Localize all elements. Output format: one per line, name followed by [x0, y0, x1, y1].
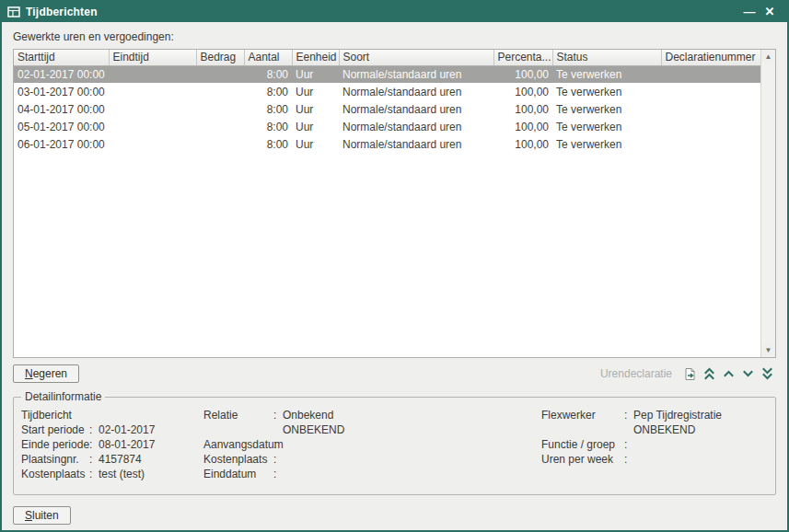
tijdberichten-window: Tijdberichten — ✕ Gewerkte uren en vergo… — [0, 0, 789, 532]
table-header-row: Starttijd Eindtijd Bedrag Aantal Eenheid… — [14, 50, 760, 65]
double-chevron-down-icon — [761, 367, 773, 380]
column-header-soort[interactable]: Soort — [339, 50, 493, 65]
table-row[interactable]: 03-01-2017 00:00 8:00 Uur Normale/standa… — [14, 83, 760, 100]
detail-label: Einddatum — [203, 468, 273, 482]
vertical-scrollbar[interactable]: ▲ ▼ — [760, 50, 775, 357]
detail-value — [633, 438, 768, 453]
column-header-eindtijd[interactable]: Eindtijd — [109, 50, 196, 65]
detail-value — [283, 453, 541, 468]
detail-label: Plaatsingnr. — [21, 453, 89, 468]
detail-value: 4157874 — [99, 453, 203, 468]
detail-value: 02-01-2017 — [99, 423, 203, 438]
detail-value — [99, 409, 203, 423]
detail-value: Onbekend — [283, 409, 541, 423]
column-header-eenheid[interactable]: Eenheid — [292, 50, 339, 65]
move-last-button[interactable] — [759, 365, 776, 382]
detail-value: test (test) — [99, 468, 203, 482]
content-area: Gewerkte uren en vergoedingen: Starttijd… — [2, 22, 787, 532]
window-icon — [7, 6, 20, 17]
detail-value: Pep Tijdregistratie — [633, 409, 768, 423]
column-header-bedrag[interactable]: Bedrag — [196, 50, 244, 65]
detail-value — [283, 468, 541, 482]
column-header-starttijd[interactable]: Starttijd — [14, 50, 109, 65]
chevron-down-icon — [742, 367, 754, 380]
scroll-up-arrow[interactable]: ▲ — [761, 50, 775, 64]
grid-toolbar: Negeren Urendeclaratie — [13, 364, 776, 383]
urendeclaratie-button[interactable]: Urendeclaratie — [600, 367, 672, 380]
move-up-button[interactable] — [720, 365, 737, 382]
close-button[interactable]: ✕ — [760, 3, 780, 21]
detail-label: Start periode — [21, 423, 89, 438]
detail-label: Functie / groep — [541, 438, 624, 453]
column-header-status[interactable]: Status — [552, 50, 661, 65]
scroll-down-arrow[interactable]: ▼ — [761, 343, 775, 357]
table-row[interactable]: 04-01-2017 00:00 8:00 Uur Normale/standa… — [14, 100, 760, 118]
footer: Sluiten — [13, 506, 776, 525]
move-first-button[interactable] — [701, 365, 718, 382]
column-header-percentage[interactable]: Percenta... — [493, 50, 552, 65]
column-header-aantal[interactable]: Aantal — [244, 50, 292, 65]
move-down-button[interactable] — [739, 365, 757, 382]
window-title: Tijdberichten — [26, 6, 739, 18]
document-icon — [683, 367, 697, 381]
detail-panel-legend: Detailinformatie — [21, 390, 105, 403]
detail-label: Flexwerker — [541, 409, 624, 423]
detail-label — [541, 423, 624, 438]
detail-column-relatie: Relatie:Onbekend ONBEKEND Aanvangsdatum:… — [203, 409, 541, 482]
open-declaration-button[interactable] — [681, 365, 699, 382]
detail-column-period: Tijdbericht Start periode:02-01-2017 Ein… — [21, 409, 203, 482]
detail-information-panel: Detailinformatie Tijdbericht Start perio… — [13, 390, 776, 495]
sluiten-button[interactable]: Sluiten — [13, 506, 71, 525]
double-chevron-up-icon — [703, 367, 715, 380]
detail-value — [633, 453, 768, 468]
worked-hours-grid: Starttijd Eindtijd Bedrag Aantal Eenheid… — [13, 49, 776, 358]
detail-value: ONBEKEND — [283, 423, 541, 438]
detail-value: ONBEKEND — [633, 423, 768, 438]
table-row[interactable]: 06-01-2017 00:00 8:00 Uur Normale/standa… — [14, 135, 760, 153]
negeren-button[interactable]: Negeren — [13, 364, 79, 383]
grid-caption: Gewerkte uren en vergoedingen: — [13, 30, 776, 43]
detail-value — [283, 438, 541, 453]
table-row[interactable]: 02-01-2017 00:00 8:00 Uur Normale/standa… — [14, 65, 760, 83]
chevron-up-icon — [723, 367, 735, 380]
detail-label: Kostenplaats — [21, 468, 89, 482]
table-row[interactable]: 05-01-2017 00:00 8:00 Uur Normale/standa… — [14, 118, 760, 135]
minimize-button[interactable]: — — [739, 3, 760, 21]
detail-label: Aanvangsdatum — [203, 438, 273, 453]
detail-label: Tijdbericht — [21, 409, 89, 423]
detail-label: Einde periode — [21, 438, 89, 453]
detail-label: Relatie — [203, 409, 273, 423]
column-header-declaratienummer[interactable]: Declaratienummer — [661, 50, 760, 65]
detail-column-flexwerker: Flexwerker:Pep Tijdregistratie ONBEKEND … — [541, 409, 768, 482]
detail-label — [203, 423, 273, 438]
detail-label: Kostenplaats — [203, 453, 273, 468]
worked-hours-table: Starttijd Eindtijd Bedrag Aantal Eenheid… — [14, 50, 760, 153]
detail-value: 08-01-2017 — [99, 438, 203, 453]
titlebar: Tijdberichten — ✕ — [2, 2, 787, 22]
detail-label: Uren per week — [541, 453, 624, 468]
